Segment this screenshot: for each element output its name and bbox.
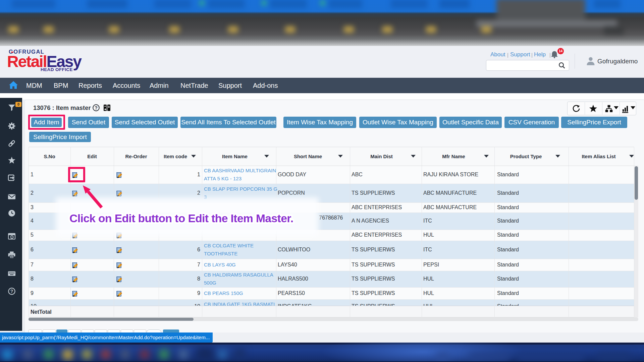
svg-text:?: ? xyxy=(10,289,13,294)
svg-text:?: ? xyxy=(95,105,98,111)
svg-text:Click on Edit button to Edit t: Click on Edit button to Edit the Item Ma… xyxy=(69,212,293,225)
